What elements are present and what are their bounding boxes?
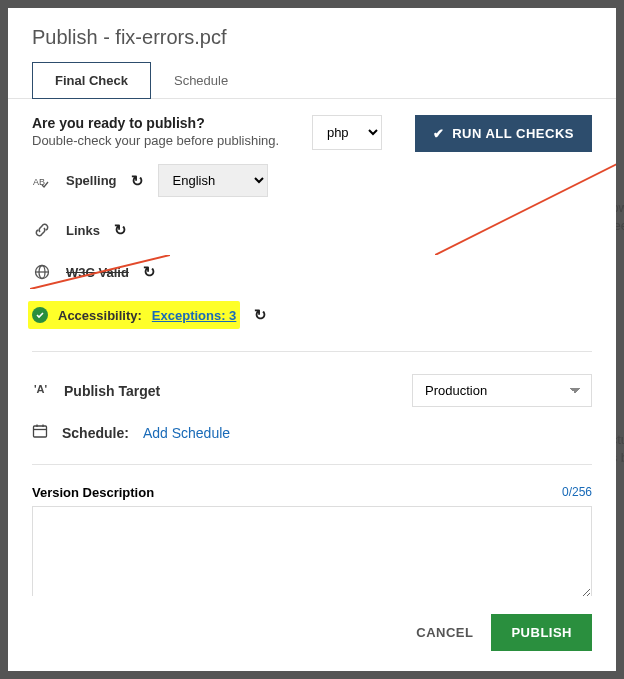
target-icon: 'A' bbox=[32, 381, 50, 400]
modal-title: Publish - fix-errors.pcf bbox=[8, 8, 616, 61]
spelling-row: AB Spelling ↻ English bbox=[32, 152, 592, 209]
pass-badge-icon bbox=[32, 307, 48, 323]
accessibility-row-wrap: Accessibility: Exceptions: 3 ↻ bbox=[32, 293, 592, 337]
divider bbox=[32, 351, 592, 352]
svg-rect-7 bbox=[34, 426, 47, 437]
svg-text:'A': 'A' bbox=[34, 383, 48, 395]
w3c-label: W3C Valid bbox=[66, 265, 129, 280]
output-format-select[interactable]: php bbox=[312, 115, 382, 150]
spelling-label: Spelling bbox=[66, 173, 117, 188]
run-label: RUN ALL CHECKS bbox=[452, 126, 574, 141]
add-schedule-link[interactable]: Add Schedule bbox=[143, 425, 230, 441]
check-icon: ✔ bbox=[433, 126, 445, 141]
refresh-spelling-icon[interactable]: ↻ bbox=[131, 172, 144, 190]
accessibility-exceptions-link[interactable]: Exceptions: 3 bbox=[152, 308, 237, 323]
accessibility-highlight: Accessibility: Exceptions: 3 bbox=[28, 301, 240, 329]
char-counter: 0/256 bbox=[562, 485, 592, 500]
globe-icon bbox=[32, 264, 52, 280]
modal-footer: CANCEL PUBLISH bbox=[8, 596, 616, 671]
divider bbox=[32, 464, 592, 465]
refresh-accessibility-icon[interactable]: ↻ bbox=[254, 306, 267, 324]
version-description-input[interactable] bbox=[32, 506, 592, 596]
publish-target-row: 'A' Publish Target Production bbox=[32, 366, 592, 415]
accessibility-label: Accessibility: bbox=[58, 308, 142, 323]
refresh-w3c-icon[interactable]: ↻ bbox=[143, 263, 156, 281]
tab-schedule[interactable]: Schedule bbox=[151, 62, 251, 99]
links-row: Links ↻ bbox=[32, 209, 592, 251]
cancel-button[interactable]: CANCEL bbox=[416, 625, 473, 640]
publish-modal: Publish - fix-errors.pcf Final Check Sch… bbox=[8, 8, 616, 671]
run-all-checks-button[interactable]: ✔ RUN ALL CHECKS bbox=[415, 115, 592, 152]
w3c-row: W3C Valid ↻ bbox=[32, 251, 592, 293]
refresh-links-icon[interactable]: ↻ bbox=[114, 221, 127, 239]
tabs: Final Check Schedule bbox=[8, 61, 616, 99]
publish-target-select[interactable]: Production bbox=[412, 374, 592, 407]
ready-heading: Are you ready to publish? bbox=[32, 115, 279, 131]
links-label: Links bbox=[66, 223, 100, 238]
calendar-icon bbox=[32, 423, 48, 442]
ready-sub: Double-check your page before publishing… bbox=[32, 133, 279, 148]
spelling-language-select[interactable]: English bbox=[158, 164, 268, 197]
publish-button[interactable]: PUBLISH bbox=[491, 614, 592, 651]
ready-text: Are you ready to publish? Double-check y… bbox=[32, 115, 279, 148]
link-icon bbox=[32, 222, 52, 238]
modal-body: Are you ready to publish? Double-check y… bbox=[8, 99, 616, 596]
spelling-icon: AB bbox=[32, 174, 52, 188]
publish-target-label: Publish Target bbox=[64, 383, 160, 399]
schedule-row: Schedule: Add Schedule bbox=[32, 415, 592, 450]
tab-final-check[interactable]: Final Check bbox=[32, 62, 151, 99]
version-description-label: Version Description bbox=[32, 485, 154, 500]
schedule-label: Schedule: bbox=[62, 425, 129, 441]
